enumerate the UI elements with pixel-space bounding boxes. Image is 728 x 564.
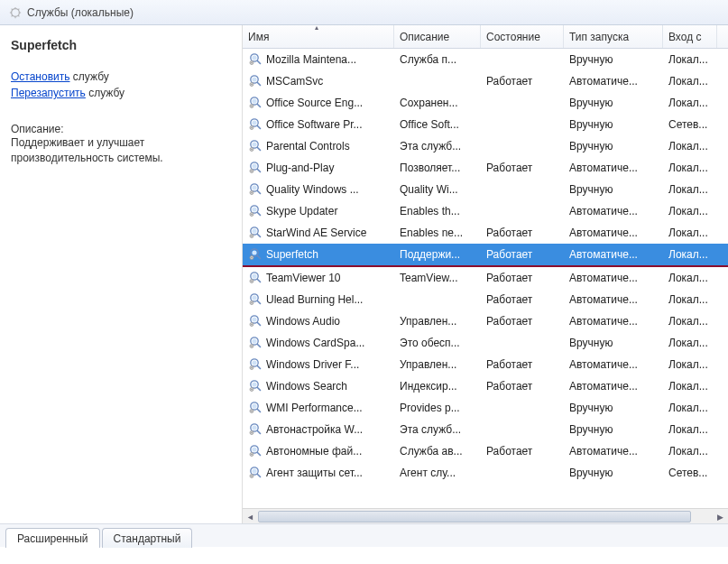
svg-point-100 bbox=[251, 475, 253, 476]
table-row[interactable]: Автонастройка W...Эта служб...ВручнуюЛок… bbox=[243, 419, 728, 440]
horizontal-scrollbar[interactable]: ◄ ▶ bbox=[243, 508, 728, 523]
view-tabs: Расширенный Стандартный bbox=[0, 523, 728, 547]
table-row[interactable]: Windows AudioУправлен...РаботаетАвтомати… bbox=[243, 310, 728, 332]
service-state-cell: Работает bbox=[481, 75, 564, 88]
service-icon bbox=[248, 378, 266, 395]
table-row[interactable]: Windows SearchИндексир...РаботаетАвтомат… bbox=[243, 375, 728, 397]
service-icon bbox=[248, 465, 266, 482]
svg-point-82 bbox=[252, 403, 256, 408]
service-start-cell: Автоматиче... bbox=[564, 227, 663, 239]
service-state-cell: Работает bbox=[481, 293, 564, 306]
svg-point-65 bbox=[251, 323, 253, 325]
service-desc-cell: Это обесп... bbox=[394, 337, 481, 349]
sort-indicator-icon: ▴ bbox=[315, 23, 318, 32]
svg-line-98 bbox=[257, 474, 260, 476]
description-text: Поддерживает и улучшает производительнос… bbox=[11, 135, 231, 166]
column-header-state[interactable]: Состояние bbox=[481, 25, 564, 48]
details-pane: Superfetch Остановить службу Перезапусти… bbox=[0, 25, 242, 523]
service-name-cell: Office Software Pr... bbox=[266, 118, 363, 131]
service-icon bbox=[248, 181, 266, 199]
service-name-cell: Plug-and-Play bbox=[266, 162, 334, 174]
column-header-startup[interactable]: Тип запуска bbox=[564, 25, 663, 48]
service-state-cell: Работает bbox=[481, 227, 564, 239]
table-row[interactable]: Mozilla Maintena...Служба п...ВручнуюЛок… bbox=[243, 49, 728, 70]
service-state-cell: Работает bbox=[481, 272, 564, 284]
service-desc-cell: Служба ав... bbox=[394, 445, 481, 458]
svg-point-90 bbox=[251, 431, 253, 433]
service-logon-cell: Сетев... bbox=[663, 118, 717, 131]
table-row[interactable]: WMI Performance...Provides p...ВручнуюЛо… bbox=[243, 397, 728, 419]
column-header-name[interactable]: Имя bbox=[243, 25, 394, 48]
service-name-cell: Windows CardSpa... bbox=[266, 337, 364, 349]
svg-line-48 bbox=[257, 255, 260, 258]
svg-point-42 bbox=[252, 228, 256, 233]
service-start-cell: Вручную bbox=[564, 140, 663, 153]
service-start-cell: Вручную bbox=[564, 183, 663, 196]
table-row[interactable]: Агент защиты сет...Агент слу...ВручнуюСе… bbox=[243, 462, 728, 484]
scroll-right-arrow[interactable]: ▶ bbox=[713, 509, 728, 524]
svg-line-68 bbox=[257, 344, 260, 347]
svg-line-23 bbox=[257, 147, 260, 150]
service-name-cell: Skype Updater bbox=[266, 205, 337, 217]
console-tab-title: Службы (локальные) bbox=[27, 6, 134, 19]
svg-point-22 bbox=[252, 142, 256, 146]
svg-point-72 bbox=[252, 360, 256, 365]
table-row[interactable]: Parental ControlsЭта служб...ВручнуюЛока… bbox=[243, 135, 728, 157]
gear-icon bbox=[9, 6, 22, 19]
table-row[interactable]: Office Source Eng...Сохранен...ВручнуюЛо… bbox=[243, 92, 728, 114]
table-row[interactable]: Windows CardSpa...Это обесп...ВручнуюЛок… bbox=[243, 332, 728, 354]
service-start-cell: Автоматиче... bbox=[564, 315, 663, 328]
service-name-cell: Агент защиты сет... bbox=[266, 467, 363, 479]
service-desc-cell: TeamView... bbox=[394, 272, 481, 284]
svg-line-73 bbox=[257, 365, 260, 368]
tab-extended[interactable]: Расширенный bbox=[5, 528, 100, 548]
table-row[interactable]: Office Software Pr...Office Soft...Вручн… bbox=[243, 114, 728, 135]
service-icon bbox=[248, 116, 266, 134]
service-start-cell: Вручную bbox=[564, 423, 663, 436]
table-row[interactable]: Windows Driver F...Управлен...РаботаетАв… bbox=[243, 354, 728, 375]
svg-line-93 bbox=[257, 452, 260, 455]
stop-service-link[interactable]: Остановить bbox=[11, 70, 70, 83]
table-row[interactable]: Quality Windows ...Quality Wi...ВручнуюЛ… bbox=[243, 179, 728, 200]
service-desc-cell: Сохранен... bbox=[394, 97, 481, 109]
table-row[interactable]: SuperfetchПоддержи...РаботаетАвтоматиче.… bbox=[243, 244, 728, 265]
column-header-logon[interactable]: Вход с bbox=[663, 25, 717, 48]
svg-point-5 bbox=[251, 61, 253, 63]
service-logon-cell: Локал... bbox=[663, 248, 717, 261]
svg-line-63 bbox=[257, 322, 260, 325]
svg-line-58 bbox=[257, 300, 260, 303]
service-start-cell: Автоматиче... bbox=[564, 162, 663, 174]
service-icon bbox=[248, 335, 266, 352]
console-tab-header: Службы (локальные) bbox=[0, 0, 728, 25]
restart-service-link[interactable]: Перезапустить bbox=[11, 87, 86, 99]
table-row[interactable]: StarWind AE ServiceEnables ne...Работает… bbox=[243, 222, 728, 244]
selected-service-name: Superfetch bbox=[11, 38, 231, 52]
table-row[interactable]: MSCamSvcРаботаетАвтоматиче...Локал... bbox=[243, 70, 728, 92]
table-row[interactable]: Skype UpdaterEnables th...Автоматиче...Л… bbox=[243, 200, 728, 222]
scroll-left-arrow[interactable]: ◄ bbox=[243, 509, 258, 524]
service-desc-cell: Enables ne... bbox=[394, 227, 481, 239]
column-header-description[interactable]: Описание bbox=[394, 25, 481, 48]
svg-point-92 bbox=[252, 447, 256, 451]
service-name-cell: Windows Search bbox=[266, 380, 347, 393]
service-start-cell: Вручную bbox=[564, 118, 663, 131]
service-start-cell: Вручную bbox=[564, 337, 663, 349]
service-name-cell: Windows Audio bbox=[266, 315, 340, 328]
service-name-cell: TeamViewer 10 bbox=[266, 272, 341, 284]
description-label: Описание: bbox=[11, 123, 231, 135]
service-icon bbox=[248, 51, 266, 69]
service-icon bbox=[248, 203, 266, 220]
svg-point-80 bbox=[251, 388, 253, 390]
service-logon-cell: Локал... bbox=[663, 293, 717, 306]
svg-point-37 bbox=[252, 207, 256, 211]
tab-standard[interactable]: Стандартный bbox=[102, 528, 193, 548]
table-row[interactable]: Plug-and-PlayПозволяет...РаботаетАвтомат… bbox=[243, 157, 728, 179]
table-row[interactable]: Автономные фай...Служба ав...РаботаетАвт… bbox=[243, 440, 728, 462]
table-row[interactable]: TeamViewer 10TeamView...РаботаетАвтомати… bbox=[243, 267, 728, 289]
service-icon bbox=[248, 270, 266, 287]
service-logon-cell: Локал... bbox=[663, 162, 717, 174]
table-row[interactable]: Ulead Burning Hel...РаботаетАвтоматиче..… bbox=[243, 289, 728, 310]
service-icon bbox=[248, 421, 266, 439]
stop-service-line: Остановить службу bbox=[11, 70, 231, 83]
scroll-thumb[interactable] bbox=[258, 511, 691, 522]
